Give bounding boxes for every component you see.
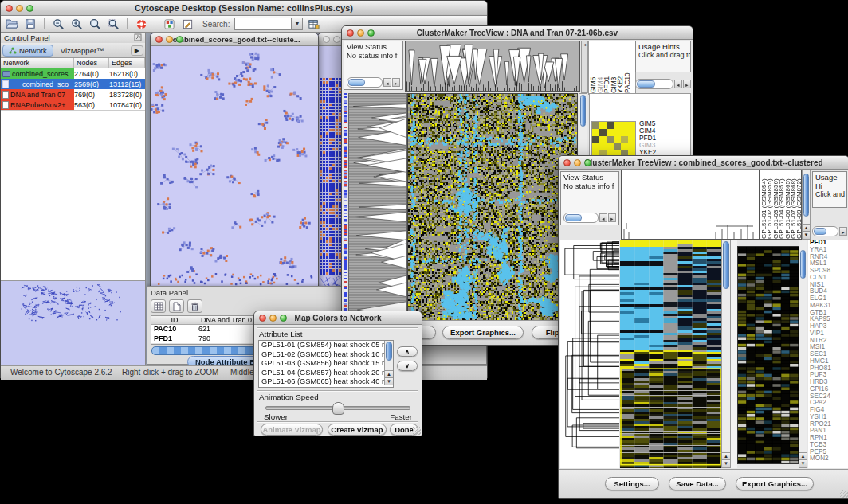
move-down-button[interactable]: ∨ xyxy=(397,361,418,371)
delete-attribute-trash-icon[interactable] xyxy=(187,299,202,313)
scrollbar-thumb[interactable] xyxy=(580,95,586,127)
network-canvas[interactable] xyxy=(151,46,316,289)
close-button[interactable] xyxy=(6,5,13,12)
matrix-cell[interactable] xyxy=(628,136,635,143)
heatmap-canvas[interactable] xyxy=(620,240,721,468)
scroll-right-icon[interactable]: ▸ xyxy=(608,213,616,222)
zoom-heatmap-canvas[interactable] xyxy=(737,246,799,464)
save-icon[interactable] xyxy=(22,18,38,31)
attribute-listbox[interactable]: GPL51-01 (GSM854) heat shock 05 minGPL51… xyxy=(258,340,394,388)
matrix-cell[interactable] xyxy=(592,122,599,129)
search-input[interactable] xyxy=(235,18,291,29)
import-table-icon[interactable] xyxy=(305,18,321,31)
scroll-right-icon[interactable]: ▸ xyxy=(683,80,691,88)
tab-vizmapper[interactable]: VizMapper™ xyxy=(55,45,110,56)
network-view-titlebar[interactable]: combined_scores_good.txt--cluste... xyxy=(151,33,318,46)
minimize-button[interactable] xyxy=(357,29,364,37)
matrix-cell[interactable] xyxy=(614,129,621,136)
settings-button[interactable]: Settings... xyxy=(605,477,659,490)
network-name-cell[interactable]: combined_sco xyxy=(1,79,74,89)
search-combobox[interactable]: ▼ xyxy=(234,18,303,30)
row-dendrogram-canvas[interactable] xyxy=(348,93,407,321)
minimize-button[interactable] xyxy=(166,36,173,43)
row-dendrogram-canvas[interactable] xyxy=(560,240,619,468)
tab-network[interactable]: Network xyxy=(2,45,53,57)
matrix-cell[interactable] xyxy=(607,143,614,150)
scroll-left-icon[interactable]: ◂ xyxy=(599,213,607,222)
table-row[interactable]: RNAPuberNov2+ 563(0) 107847(0) xyxy=(1,100,145,110)
zoom-selected-icon[interactable] xyxy=(105,18,121,31)
matrix-cell[interactable] xyxy=(628,129,635,136)
create-vizmap-button[interactable]: Create Vizmap xyxy=(328,424,387,436)
zoom-button[interactable] xyxy=(584,159,591,166)
save-data-button[interactable]: Save Data... xyxy=(669,477,726,490)
table-row[interactable]: DNA and Tran 07 769(0) 183728(0) xyxy=(1,89,145,100)
export-graphics-button[interactable]: Export Graphics... xyxy=(736,477,814,490)
close-button[interactable] xyxy=(347,29,354,37)
matrix-cell[interactable] xyxy=(628,143,635,150)
gene-color-strip[interactable] xyxy=(344,93,347,319)
close-button[interactable] xyxy=(259,315,266,322)
scroll-right-icon[interactable]: ▸ xyxy=(839,227,847,236)
table-row[interactable]: combined_sco 2569(6) 13112(15) xyxy=(1,79,145,89)
list-item[interactable]: GPL51-03 (GSM856) heat shock 15 min xyxy=(259,359,393,369)
open-folder-icon[interactable] xyxy=(4,18,20,31)
treeview2-titlebar[interactable]: ClusterMaker TreeView : combined_scores_… xyxy=(559,156,848,170)
scroll-down-icon[interactable]: ▼ xyxy=(385,377,393,385)
matrix-cell[interactable] xyxy=(628,122,635,129)
vertical-scrollbar[interactable]: ▲ ▼ xyxy=(802,170,811,240)
close-button[interactable] xyxy=(323,36,330,43)
main-titlebar[interactable]: Cytoscape Desktop (Session Name: collins… xyxy=(1,1,487,16)
list-item[interactable]: GPL51-01 (GSM854) heat shock 05 min xyxy=(259,341,393,350)
column-header-network[interactable]: Network xyxy=(1,58,74,68)
animate-vizmap-button[interactable]: Animate Vizmap xyxy=(261,424,323,436)
slider-thumb[interactable] xyxy=(332,402,344,415)
minimize-button[interactable] xyxy=(574,159,581,166)
tabs-overflow-button[interactable]: ▶ xyxy=(131,45,143,56)
overview-canvas[interactable] xyxy=(1,281,143,365)
close-button[interactable] xyxy=(563,159,571,166)
minimize-button[interactable] xyxy=(16,5,23,12)
close-button[interactable] xyxy=(155,36,163,43)
scroll-left-icon[interactable]: ◂ xyxy=(383,78,391,87)
list-scrollbar[interactable]: ▲ ▼ xyxy=(384,341,393,385)
resize-grip[interactable] xyxy=(840,490,848,498)
zoom-button[interactable] xyxy=(26,5,33,12)
vertical-scrollbar[interactable]: ▲ ▼ xyxy=(799,240,807,468)
resize-grip[interactable] xyxy=(413,427,421,435)
scrollbar-thumb[interactable] xyxy=(800,250,806,279)
network-view-window[interactable]: combined_scores_good.txt--cluste... xyxy=(150,33,319,291)
panel-scrollbar[interactable]: ▸ xyxy=(812,226,847,236)
help-lifesaver-icon[interactable] xyxy=(133,18,149,31)
scrollbar-thumb[interactable] xyxy=(803,174,809,217)
minimize-button[interactable] xyxy=(269,315,277,322)
zoom-in-icon[interactable] xyxy=(69,18,84,31)
annotation-icon[interactable] xyxy=(179,18,195,31)
table-row[interactable]: combined_scores 2764(0) 16218(0) xyxy=(1,68,145,79)
column-header-nodes[interactable]: Nodes xyxy=(74,58,109,68)
vertical-scrollbar[interactable]: ▲ ▼ xyxy=(721,240,731,468)
column-dendrogram-canvas[interactable] xyxy=(621,170,760,240)
matrix-cell[interactable] xyxy=(607,129,614,136)
matrix-cell[interactable] xyxy=(607,122,614,129)
scroll-down-icon[interactable]: ▼ xyxy=(722,459,730,467)
column-label[interactable]: PAC10 xyxy=(624,42,631,93)
column-header-id[interactable]: ID xyxy=(151,316,198,324)
matrix-cell[interactable] xyxy=(599,136,607,143)
vizmap-nodes-icon[interactable] xyxy=(161,18,177,31)
zoom-button[interactable] xyxy=(176,36,183,43)
panel-scrollbar[interactable]: ◂▸ xyxy=(635,79,691,88)
float-panel-icon[interactable] xyxy=(134,33,142,43)
column-dendrogram-canvas[interactable] xyxy=(405,41,580,92)
chevron-down-icon[interactable]: ▼ xyxy=(291,18,302,29)
select-attributes-icon[interactable] xyxy=(151,299,166,313)
list-item[interactable]: GPL51-06 (GSM865) heat shock 40 min xyxy=(259,377,393,387)
matrix-cell[interactable] xyxy=(592,129,599,136)
panel-scrollbar[interactable]: ◂▸ xyxy=(563,213,616,222)
new-attribute-icon[interactable] xyxy=(169,299,184,313)
list-item[interactable]: GPL51-07 (GSM868) heat shock 60 min xyxy=(259,387,393,389)
network-name-cell[interactable]: RNAPuberNov2+ xyxy=(1,100,74,110)
matrix-cell[interactable] xyxy=(599,143,607,150)
network-name-cell[interactable]: DNA and Tran 07 xyxy=(1,89,74,100)
zoom-fit-icon[interactable] xyxy=(87,18,103,31)
